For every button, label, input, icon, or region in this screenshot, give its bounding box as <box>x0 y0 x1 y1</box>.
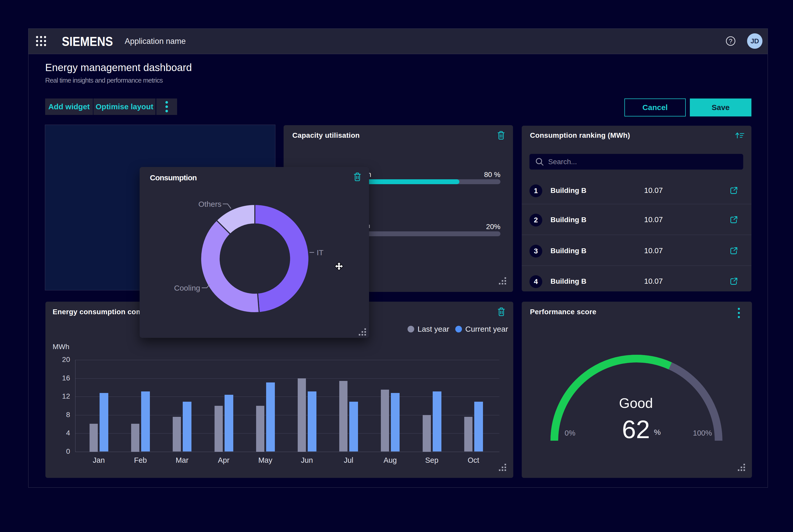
svg-text:Cooling: Cooling <box>174 284 200 292</box>
svg-text:?: ? <box>729 38 732 45</box>
svg-text:SIEMENS: SIEMENS <box>62 34 113 49</box>
svg-text:IT: IT <box>317 248 324 257</box>
svg-text:Others: Others <box>198 200 221 208</box>
